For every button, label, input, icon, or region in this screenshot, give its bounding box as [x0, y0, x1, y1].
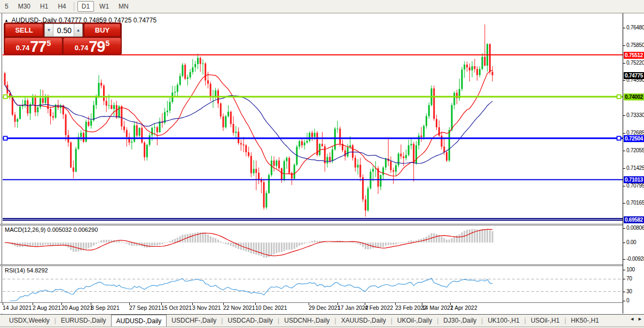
tab-usdcad-daily[interactable]: USDCAD-,Daily [223, 315, 278, 326]
chart-window-left-border [2, 13, 2, 314]
tab-hk50-h1[interactable]: HK50-,H1 [566, 315, 604, 326]
sell-price-big: 77 [30, 40, 46, 53]
date-axis-label: 29 Dec 2021 [309, 304, 341, 311]
timeframe-toolbar: 5M30H1H4D1W1MN [0, 0, 644, 13]
axis-tick-mark [623, 270, 625, 270]
macd-axis-label: -0.009285 [626, 256, 644, 262]
axis-tick-mark [623, 115, 625, 116]
axis-tick-mark [623, 80, 625, 81]
timeframe-button-5[interactable]: 5 [1, 1, 13, 12]
axis-price-badge: 0.71013 [624, 176, 644, 183]
date-axis-label: 27 Sep 2021 [129, 304, 161, 311]
price-axis-label: 0.73330 [626, 112, 644, 118]
tab-usoil-h1[interactable]: USOil-,H1 [526, 315, 564, 326]
volume-increase-button[interactable]: ▲ [74, 24, 82, 36]
date-axis-label: 22 Nov 2021 [223, 304, 255, 311]
timeframe-button-h4[interactable]: H4 [53, 1, 70, 12]
date-axis-label: 1 Apr 2022 [450, 304, 477, 311]
sell-price-sup: 5 [46, 39, 51, 48]
rsi-dateaxis-separator [0, 302, 644, 303]
rsi-axis-label: 30 [626, 288, 632, 294]
main-macd-splitter[interactable] [0, 224, 644, 225]
buy-price-prefix: 0.74 [75, 43, 88, 53]
timeframe-button-h1[interactable]: H1 [36, 1, 52, 12]
axis-tick-mark [623, 28, 625, 28]
axis-tick-mark [623, 301, 625, 301]
chart-tab-bar: USDX,Weekly|EURUSD-,DailyAUDUSD-,DailyUS… [0, 314, 644, 326]
date-axis-label: 14 Mar 2022 [422, 304, 453, 311]
buy-price-display[interactable]: 0.74 79 5 [64, 38, 121, 54]
tab-eurusd-daily[interactable]: EURUSD-,Daily [56, 315, 111, 326]
sell-price-display[interactable]: 0.74 77 5 [5, 38, 62, 54]
rsi-axis-label: 100 [626, 267, 635, 272]
macd-axis-label: 0.008063 [626, 225, 644, 231]
tab-scroll-left-icon[interactable]: ◄ [630, 316, 634, 322]
date-axis-label: 17 Jan 2022 [337, 304, 368, 311]
price-axis-label: 0.71425 [626, 165, 644, 171]
price-axis-label: 0.72055 [626, 147, 644, 153]
axis-price-badge: 0.75512 [624, 52, 644, 59]
price-axis-label: 0.75850 [626, 42, 644, 48]
one-click-trade-panel: SELL ▼ ▲ BUY 0.74 77 5 0.74 79 5 [4, 22, 122, 55]
buy-button[interactable]: BUY [84, 24, 121, 37]
tab-dj30-daily[interactable]: DJ30-,Daily [438, 315, 481, 326]
axis-tick-mark [623, 133, 625, 134]
rsi-label: RSI(14) 54.8292 [5, 267, 48, 274]
macd-rsi-splitter[interactable] [0, 264, 644, 266]
timeframe-button-m30[interactable]: M30 [14, 1, 35, 12]
tab-audusd-daily[interactable]: AUDUSD-,Daily [111, 315, 167, 326]
axis-tick-mark [623, 243, 625, 243]
trading-platform-window: 5M30H1H4D1W1MN ▲ AUDUSD-,Daily 0.74777 0… [0, 0, 644, 328]
price-axis-label: 0.75220 [626, 60, 644, 66]
macd-label: MACD(12,26,9) 0.005032 0.006290 [5, 227, 98, 233]
axis-tick-mark [623, 168, 625, 169]
axis-tick-mark [623, 186, 625, 186]
axis-tick-mark [623, 279, 625, 279]
buy-price-big: 79 [89, 40, 105, 53]
axis-price-badge: 0.74775 [624, 72, 644, 79]
volume-input[interactable] [53, 24, 74, 36]
tab-usdcnh-daily[interactable]: USDCNH-,Daily [279, 315, 334, 326]
price-axis-label: 0.70165 [626, 200, 644, 206]
date-axis-label: 14 Jul 2021 [3, 304, 32, 311]
axis-price-badge: 0.69582 [624, 216, 644, 223]
volume-stepper: ▼ ▲ [44, 24, 83, 37]
date-axis-label: 8 Sep 2021 [91, 304, 120, 311]
date-axis-label: 4 Feb 2022 [365, 304, 393, 311]
buy-price-sup: 5 [105, 39, 109, 48]
axis-tick-mark [623, 45, 625, 46]
tab-usdchf-daily[interactable]: USDCHF-,Daily [167, 315, 221, 326]
axis-price-badge: 0.72504 [624, 135, 644, 142]
price-axis-label: 0.76480 [626, 25, 644, 30]
macd-axis-label: 0.00 [626, 239, 636, 245]
timeframe-button-d1[interactable]: D1 [77, 1, 94, 12]
axis-tick-mark [623, 63, 625, 64]
date-axis-label: 15 Oct 2021 [161, 304, 192, 311]
tab-uk100-h1[interactable]: UK100-,H1 [483, 315, 524, 326]
tab-scroll-right-icon[interactable]: ► [638, 316, 642, 322]
timeframe-button-w1[interactable]: W1 [95, 1, 113, 12]
price-axis[interactable]: 0.764800.758500.752200.745900.733300.726… [623, 13, 644, 314]
date-axis-label: 3 Nov 2021 [192, 304, 221, 311]
rsi-axis-label: 0 [626, 298, 629, 303]
date-axis-label: 10 Dec 2021 [255, 304, 287, 311]
timeframe-button-mn[interactable]: MN [114, 1, 133, 12]
sell-price-prefix: 0.74 [16, 43, 29, 53]
axis-tick-mark [623, 203, 625, 204]
sell-button[interactable]: SELL [5, 24, 43, 37]
axis-tick-mark [623, 151, 625, 151]
date-axis-label: 20 Aug 2021 [61, 304, 93, 311]
date-axis-label: 2 Aug 2021 [33, 304, 61, 311]
axis-price-badge: 0.74002 [624, 93, 644, 100]
volume-decrease-button[interactable]: ▼ [45, 24, 53, 36]
tab-usdx-weekly[interactable]: USDX,Weekly [4, 315, 54, 326]
rsi-axis-label: 70 [626, 276, 632, 282]
axis-tick-mark [623, 259, 625, 260]
tab-ukoil-daily[interactable]: UKOil-,Daily [392, 315, 437, 326]
date-axis[interactable]: 14 Jul 20212 Aug 202120 Aug 20218 Sep 20… [0, 303, 623, 314]
rsi-canvas[interactable] [3, 266, 623, 302]
tab-xauusd-daily[interactable]: XAUUSD-,Daily [336, 315, 391, 326]
axis-tick-mark [623, 228, 625, 229]
axis-tick-mark [623, 292, 625, 292]
tab-scroll-arrows: ◄ ► [630, 316, 642, 322]
